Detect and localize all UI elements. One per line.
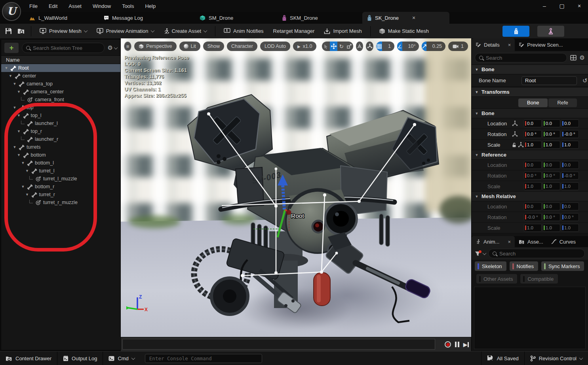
skeleton-tree-search-input[interactable]: Search Skeleton Tree (22, 43, 105, 53)
skeletal-mesh-mode-button[interactable] (537, 26, 564, 37)
character-menu-button[interactable]: Character (227, 42, 257, 51)
tree-row-bottom_r[interactable]: ▼bottom_r (1, 183, 120, 191)
expander-icon[interactable]: ▼ (21, 161, 25, 165)
all-saved-button[interactable]: All Saved (481, 352, 524, 365)
subsection-mesh-relative[interactable]: ▼Mesh Relative (472, 192, 588, 201)
tree-row-Root[interactable]: ▼Root (1, 64, 120, 72)
menu-tools[interactable]: Tools (118, 2, 138, 10)
menu-asset[interactable]: Asset (65, 2, 86, 10)
expander-icon[interactable]: ▼ (25, 193, 29, 197)
perspective-button[interactable]: Perspective (134, 42, 176, 51)
lod-auto-button[interactable]: LOD Auto (260, 42, 290, 51)
select-tool-button[interactable] (322, 42, 330, 51)
filter-chip-notifies[interactable]: Notifies (510, 261, 538, 271)
tree-settings-button[interactable]: ⚙ (108, 44, 117, 51)
menu-window[interactable]: Window (89, 2, 115, 10)
tab-message-log[interactable]: Message Log (99, 12, 148, 24)
maximize-button[interactable]: ▢ (553, 0, 571, 12)
tree-row-turret_r[interactable]: ▼turret_r (1, 191, 120, 199)
rotation-snap-control[interactable]: ∠ 10° (397, 42, 419, 51)
scale-snap-control[interactable]: 0.25 (422, 42, 445, 51)
filter-chip-other-assets[interactable]: Other Assets (476, 274, 517, 284)
world-local-space-button[interactable] (356, 42, 363, 51)
tab-close-icon[interactable]: × (412, 15, 415, 21)
tab-sk-drone[interactable]: SK_Drone × (362, 12, 449, 24)
tree-row-camera_center[interactable]: ▼camera_center (1, 88, 120, 96)
bone-mode-button[interactable]: Bone (518, 98, 548, 107)
tree-row-top[interactable]: ▼top (1, 104, 120, 112)
anim-search-input[interactable]: Search (488, 249, 585, 258)
close-button[interactable]: × (571, 0, 588, 12)
menu-file[interactable]: File (25, 2, 42, 10)
expander-icon[interactable]: ▼ (17, 113, 21, 117)
tree-row-top_l[interactable]: ▼top_l (1, 112, 120, 119)
tree-row-turret_l[interactable]: ▼turret_l (1, 167, 120, 175)
filter-chip-skeleton[interactable]: Skeleton (475, 261, 506, 271)
tree-row-turret_r_muzzle[interactable]: turret_r_muzzle (1, 199, 120, 206)
expander-icon[interactable]: ▼ (25, 169, 29, 173)
make-static-mesh-button[interactable]: Make Static Mesh (375, 26, 432, 36)
scale-y-field[interactable]: 1.0 (542, 141, 560, 149)
preview-viewport[interactable]: SV-003 (121, 38, 471, 337)
timeline-scrubber[interactable] (122, 339, 435, 350)
expander-icon[interactable]: ▼ (13, 106, 17, 110)
preview-mesh-button[interactable]: Preview Mesh (36, 26, 91, 36)
tab-animation[interactable]: Anim... × (472, 236, 515, 247)
rotation-x-field[interactable]: 0.0 ° (524, 130, 542, 138)
filter-button[interactable] (475, 251, 481, 256)
tab-curves[interactable]: Curves (547, 236, 580, 247)
expander-icon[interactable]: ▼ (17, 153, 21, 157)
tab-sm-drone[interactable]: SM_Drone (195, 12, 238, 24)
create-asset-button[interactable]: Create Asset (160, 26, 210, 36)
tree-row-bottom_l[interactable]: ▼bottom_l (1, 159, 120, 167)
subsection-bone[interactable]: ▼Bone (472, 109, 588, 118)
expander-icon[interactable]: ▼ (17, 129, 21, 133)
tree-row-launcher_l[interactable]: launcher_l (1, 119, 120, 127)
step-forward-button[interactable]: ▶ (463, 342, 469, 348)
menu-help[interactable]: Help (141, 2, 160, 10)
menu-edit[interactable]: Edit (45, 2, 61, 10)
display-options-icon[interactable] (570, 55, 577, 61)
expander-icon[interactable]: ▼ (17, 90, 21, 94)
grid-snap-control[interactable]: 1 (376, 42, 394, 51)
location-x-field[interactable]: 0.0 (524, 119, 542, 127)
reset-icon[interactable]: ↺ (582, 77, 588, 84)
subsection-reference[interactable]: ▼Reference (472, 150, 588, 160)
rotation-z-field[interactable]: -0.0 ° (561, 130, 579, 138)
row-icons[interactable] (512, 131, 524, 137)
lit-mode-button[interactable]: Lit (179, 42, 200, 51)
gear-icon[interactable]: ⚙ (580, 54, 585, 61)
tab-details[interactable]: Details × (472, 38, 515, 51)
move-tool-button[interactable] (330, 42, 338, 51)
tab-skm-drone[interactable]: SKM_Drone (277, 12, 323, 24)
reference-mode-button[interactable]: Refe (548, 98, 577, 107)
chevron-down-icon[interactable] (483, 251, 487, 255)
rotate-tool-button[interactable]: ↻ (337, 42, 345, 51)
anim-notifies-button[interactable]: Anim Notifies (220, 26, 267, 36)
browse-to-asset-icon[interactable] (16, 26, 26, 36)
anim-list-area[interactable] (474, 287, 586, 349)
location-z-field[interactable]: 0.0 (561, 119, 579, 127)
import-mesh-button[interactable]: Import Mesh (320, 26, 365, 36)
camera-speed-control[interactable]: 1 (448, 42, 468, 51)
content-drawer-button[interactable]: Content Drawer (0, 352, 57, 365)
expander-icon[interactable]: ▼ (9, 74, 13, 78)
console-command-input[interactable]: Enter Console Command (145, 354, 262, 363)
tree-row-turrets[interactable]: ▼turrets (1, 143, 120, 151)
tab-close-icon[interactable]: × (508, 42, 511, 48)
tree-row-bottom[interactable]: ▼bottom (1, 151, 120, 159)
tab-asset-browser[interactable]: Asse... (515, 236, 547, 247)
preview-animation-button[interactable]: Preview Animation (93, 26, 158, 36)
add-bone-button[interactable]: + (4, 43, 19, 53)
show-menu-button[interactable]: Show (203, 42, 224, 51)
output-log-button[interactable]: Output Log (57, 352, 103, 365)
expander-icon[interactable]: ▼ (13, 145, 17, 149)
viewport-menu-button[interactable]: ≡ (124, 42, 131, 51)
tree-row-launcher_r[interactable]: launcher_r (1, 135, 120, 143)
tree-row-camera_top[interactable]: ▼camera_top (1, 80, 120, 88)
expander-icon[interactable]: ▼ (21, 185, 25, 189)
tree-row-turret_l_muzzle[interactable]: turret_l_muzzle (1, 175, 120, 183)
tree-row-top_r[interactable]: ▼top_r (1, 127, 120, 135)
bone-name-input[interactable]: Root (521, 76, 577, 85)
bone-axes-button[interactable] (366, 42, 373, 51)
